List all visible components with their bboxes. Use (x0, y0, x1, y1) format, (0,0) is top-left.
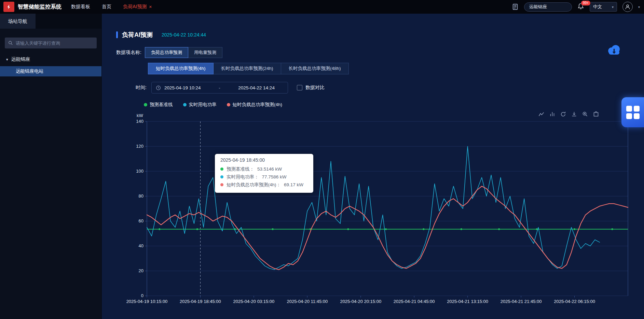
tooltip-timestamp: 2025-04-19 18:45:00 (220, 157, 308, 163)
bar-chart-icon[interactable] (549, 111, 555, 117)
svg-text:20: 20 (139, 268, 143, 273)
download-icon[interactable] (571, 111, 577, 117)
title-accent-bar (116, 31, 118, 38)
topbar: 智慧储能监控系统 数据看板 首页 负荷AI预测 × 远能锦座 99+ 中文 ▾ (0, 0, 644, 14)
item-button-load-power-forecast[interactable]: 负荷总功率预测 (145, 47, 188, 58)
svg-text:2025-04-20 03:15:00: 2025-04-20 03:15:00 (233, 299, 275, 304)
tab-long-term-24h[interactable]: 长时负载总功率预测(24h) (213, 63, 281, 74)
chevron-down-icon: ▾ (612, 5, 614, 9)
line-chart-icon[interactable] (538, 111, 544, 117)
svg-text:140: 140 (136, 119, 143, 124)
sidebar-tab-station-nav[interactable]: 场站导航 (0, 14, 36, 29)
baseline-dot-icon (144, 103, 147, 106)
tooltip-row-baseline: 预测基准线： 53.5146 kW (220, 165, 308, 173)
legend-item-actual[interactable]: 实时用电功率 (183, 102, 217, 108)
notification-badge: 99+ (581, 0, 591, 6)
sidebar: 场站导航 ▾ 远能锦座 远能锦座电站 (0, 14, 102, 319)
time-start-value[interactable]: 2025-04-19 10:24 (164, 85, 201, 90)
data-compare-label: 数据对比 (305, 85, 325, 91)
svg-text:2025-04-20 20:15:00: 2025-04-20 20:15:00 (340, 299, 381, 304)
tooltip-actual-value: 77.7586 kW (262, 173, 287, 181)
station-search-input[interactable] (16, 41, 93, 46)
svg-text:kW: kW (137, 113, 143, 118)
svg-text:2025-04-21 04:45:00: 2025-04-21 04:45:00 (394, 299, 435, 304)
tab-short-term-4h[interactable]: 短时负载总功率预测(4h) (148, 63, 214, 74)
close-icon[interactable]: × (149, 4, 152, 10)
nav-item-dashboard[interactable]: 数据看板 (71, 4, 90, 10)
tooltip-forecast-label: 短时负载总功率预测(4h)： (227, 181, 281, 189)
language-select[interactable]: 中文 ▾ (590, 2, 617, 12)
tab-long-term-48h[interactable]: 长时负载总功率预测(48h) (281, 63, 349, 74)
frame-reset-icon[interactable] (593, 111, 599, 117)
svg-text:60: 60 (139, 218, 143, 223)
time-separator: - (201, 85, 238, 90)
data-compare-checkbox[interactable] (297, 85, 302, 90)
legend-item-forecast[interactable]: 短时负载总功率预测(4h) (227, 102, 283, 108)
svg-text:100: 100 (136, 169, 143, 174)
load-forecast-chart[interactable]: 020406080100120140kW2025-04-19 10:15:002… (126, 113, 630, 303)
station-tree: ▾ 远能锦座 远能锦座电站 (0, 55, 101, 76)
legend-baseline-label: 预测基准线 (150, 102, 173, 108)
svg-text:2025-04-21 13:15:00: 2025-04-21 13:15:00 (447, 299, 488, 304)
clock-icon (156, 85, 161, 90)
legend-item-baseline[interactable]: 预测基准线 (144, 102, 173, 108)
tooltip-row-actual: 实时用电功率： 77.7586 kW (220, 173, 308, 181)
topbar-right: 远能锦座 99+ 中文 ▾ ▾ (512, 0, 640, 14)
page-header: 负荷AI预测 2025-04-22 10:24:44 (116, 31, 644, 39)
site-select[interactable]: 远能锦座 (524, 2, 572, 12)
nav-tab-load-ai-forecast[interactable]: 负荷AI预测 × (123, 4, 152, 10)
tooltip-baseline-label: 预测基准线： (227, 165, 254, 173)
tooltip-forecast-value: 69.17 kW (284, 181, 303, 189)
time-end-value[interactable]: 2025-04-22 14:24 (238, 85, 275, 90)
app-title: 智慧储能监控系统 (18, 3, 61, 11)
tree-node-station-selected[interactable]: 远能锦座电站 (0, 66, 101, 76)
tooltip-baseline-value: 53.5146 kW (257, 165, 282, 173)
baseline-dot-icon (220, 168, 223, 171)
data-item-label: 数据项名称: (116, 49, 141, 56)
app-window: 智慧储能监控系统 数据看板 首页 负荷AI预测 × 远能锦座 99+ 中文 ▾ (0, 0, 644, 319)
tree-node-site[interactable]: ▾ 远能锦座 (0, 55, 101, 64)
forecast-tabs-row: 短时负载总功率预测(4h) 长时负载总功率预测(24h) 长时负载总功率预测(4… (148, 63, 644, 74)
legend-actual-label: 实时用电功率 (189, 102, 217, 108)
user-menu-caret-icon[interactable]: ▾ (638, 5, 640, 9)
forecast-dot-icon (220, 183, 223, 186)
document-icon[interactable] (512, 3, 519, 10)
chart-legend: 预测基准线 实时用电功率 短时负载总功率预测(4h) (144, 102, 644, 108)
current-timestamp: 2025-04-22 10:24:44 (162, 32, 206, 38)
nav-tab-label: 负荷AI预测 (123, 4, 147, 10)
data-item-row: 数据项名称: 负荷总功率预测 用电量预测 (116, 47, 644, 58)
main-content: 负荷AI预测 2025-04-22 10:24:44 数据项名称: 负荷总功率预… (102, 14, 644, 319)
tree-expand-icon[interactable]: ▾ (6, 57, 8, 62)
logo-bolt-icon (6, 4, 12, 10)
sidebar-header: 场站导航 (0, 14, 101, 29)
svg-text:2025-04-20 11:45:00: 2025-04-20 11:45:00 (287, 299, 328, 304)
chart-tooltip: 2025-04-19 18:45:00 预测基准线： 53.5146 kW 实时… (215, 154, 313, 193)
item-button-energy-forecast[interactable]: 用电量预测 (188, 47, 222, 58)
tooltip-row-forecast: 短时负载总功率预测(4h)： 69.17 kW (220, 181, 308, 189)
legend-forecast-label: 短时负载总功率预测(4h) (233, 102, 283, 108)
data-compare-toggle[interactable]: 数据对比 (297, 85, 325, 91)
zoom-icon[interactable] (582, 111, 588, 117)
avatar[interactable] (622, 2, 633, 12)
language-value: 中文 (593, 4, 602, 10)
tree-node-site-label: 远能锦座 (11, 56, 30, 62)
search-icon (8, 41, 13, 45)
station-search (5, 38, 97, 48)
apps-fab-button[interactable] (621, 97, 644, 127)
svg-text:2025-04-22 06:15:00: 2025-04-22 06:15:00 (554, 299, 595, 304)
chart-canvas[interactable]: 020406080100120140kW2025-04-19 10:15:002… (126, 113, 630, 303)
chart-toolbox (538, 111, 599, 117)
svg-text:2025-04-21 21:45:00: 2025-04-21 21:45:00 (501, 299, 542, 304)
site-select-value: 远能锦座 (529, 4, 547, 10)
actual-dot-icon (220, 175, 223, 178)
refresh-icon[interactable] (560, 111, 566, 117)
apps-grid-icon (626, 106, 640, 119)
time-range-picker[interactable]: 2025-04-19 10:24 - 2025-04-22 14:24 (151, 82, 288, 93)
notifications-button[interactable]: 99+ (577, 3, 584, 11)
export-download-button[interactable] (606, 44, 622, 59)
nav-item-home[interactable]: 首页 (102, 4, 111, 10)
user-icon (625, 4, 631, 10)
svg-text:120: 120 (136, 144, 143, 149)
svg-text:0: 0 (141, 293, 143, 298)
logo[interactable] (3, 2, 14, 12)
